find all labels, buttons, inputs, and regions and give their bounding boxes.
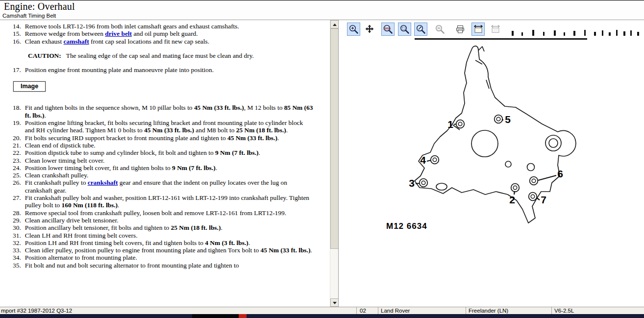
fit-page-icon bbox=[489, 23, 502, 36]
torque-value: 85 Nm (63 ft. lbs.) bbox=[25, 104, 313, 119]
step-17: 17.Position engine front mounting plate … bbox=[13, 66, 313, 73]
step-text: Clean LH and RH front timing belt covers… bbox=[25, 232, 313, 239]
procedure-step: 27.Fit crankshaft pulley bolt and washer… bbox=[13, 194, 313, 209]
step-text: Position dipstick tube to sump and cylin… bbox=[25, 149, 313, 156]
step-number: 28. bbox=[13, 209, 25, 217]
svg-text:100%: 100% bbox=[383, 27, 391, 30]
caution-label: CAUTION: bbox=[28, 52, 61, 59]
cropped-heading-artifact bbox=[511, 26, 644, 37]
zoom-area-icon[interactable] bbox=[398, 23, 411, 36]
page-title: Engine: Overhaul bbox=[4, 1, 75, 12]
step-text: Fit and tighten bolts in the sequence sh… bbox=[25, 104, 313, 119]
status-divider bbox=[551, 307, 552, 314]
status-divider bbox=[378, 307, 378, 314]
taskbar-sliver bbox=[0, 314, 644, 318]
step-text: Remove wedge from between drive belt and… bbox=[25, 30, 313, 37]
procedure-step: 15.Remove wedge from between drive belt … bbox=[13, 30, 313, 37]
procedure-step: 20.Fit bolts securing IRD support bracke… bbox=[13, 134, 313, 142]
step-text: Position alternator to front mounting pl… bbox=[25, 254, 313, 261]
engine-plate-diagram[interactable]: 1 5 4 3 6 2 7 M12 6634 bbox=[339, 38, 644, 307]
procedure-step: 31.Clean LH and RH front timing belt cov… bbox=[13, 232, 313, 239]
fit-width-icon[interactable] bbox=[471, 23, 485, 36]
step-text: Remove tools LRT-12-196 from both inlet … bbox=[25, 23, 313, 30]
procedure-step: 22.Position dipstick tube to sump and cy… bbox=[13, 149, 313, 156]
step-number: 24. bbox=[13, 164, 25, 171]
bolt-markers bbox=[420, 115, 538, 201]
torque-value: 25 Nm (18 ft. lbs.) bbox=[236, 126, 286, 134]
torque-value: 45 Nm (33 ft. lbs.) bbox=[227, 134, 277, 142]
torque-value: 160 Nm (118 ft. lbs.) bbox=[62, 201, 118, 209]
torque-value: 9 Nm (7 ft. lbs.) bbox=[172, 164, 216, 171]
callout-4: 4 bbox=[420, 154, 426, 166]
zoom-in-icon[interactable] bbox=[347, 23, 360, 36]
status-code: 02 bbox=[360, 308, 366, 314]
step-text: Fit bolts securing IRD support bracket t… bbox=[25, 134, 313, 142]
procedure-step: 28.Remove special tool from crankshaft p… bbox=[13, 209, 313, 217]
step-text: Clean end of dipstick tube. bbox=[25, 142, 313, 149]
zoom-out-icon bbox=[433, 23, 446, 36]
procedure-step: 17.Position engine front mounting plate … bbox=[13, 66, 313, 73]
torque-value: 45 Nm (33 ft. lbs.) bbox=[144, 126, 194, 134]
taskbar-red-icon bbox=[239, 314, 247, 318]
scrollbar-thumb[interactable] bbox=[330, 28, 339, 249]
callout-7: 7 bbox=[541, 194, 546, 205]
image-button-row: Image bbox=[13, 81, 313, 92]
status-model: Freelander (LN) bbox=[469, 308, 508, 314]
hyperlink-crankshaft[interactable]: crankshaft bbox=[88, 179, 118, 186]
step-number: 15. bbox=[13, 30, 25, 37]
page-subtitle: Camshaft Timing Belt bbox=[2, 13, 56, 19]
procedure-step: 32.Position LH and RH front timing belt … bbox=[13, 239, 313, 246]
procedure-step: 19.Position engine lifting bracket, fit … bbox=[13, 119, 313, 134]
step-number: 25. bbox=[13, 171, 25, 179]
procedure-step: 23.Clean lower timing belt cover. bbox=[13, 157, 313, 164]
callout-3: 3 bbox=[409, 177, 415, 189]
zoom-100-icon[interactable]: 100% bbox=[381, 23, 395, 36]
status-import: mport #32 1987-2012 Q3-12 bbox=[1, 308, 72, 314]
procedure-step: 34.Position alternator to front mounting… bbox=[13, 254, 313, 261]
scroll-down-button[interactable] bbox=[330, 298, 339, 307]
callout-2: 2 bbox=[509, 194, 515, 205]
figure-label: M12 6634 bbox=[386, 221, 427, 231]
step-number: 16. bbox=[13, 38, 25, 45]
hyperlink-camshaft[interactable]: camshaft bbox=[64, 38, 89, 45]
procedure-step: 21.Clean end of dipstick tube. bbox=[13, 142, 313, 149]
zoom-dynamic-icon[interactable] bbox=[414, 23, 427, 36]
step-text: Position engine front mounting plate and… bbox=[25, 66, 313, 73]
procedure-step: 25.Clean crankshaft pulley. bbox=[13, 171, 313, 179]
hyperlink-drive-belt[interactable]: drive belt bbox=[105, 30, 132, 37]
torque-value: 45 Nm (33 ft. lbs.) bbox=[260, 246, 310, 254]
status-bar: mport #32 1987-2012 Q3-12 02 Land Rover … bbox=[0, 307, 644, 314]
step-text: Remove special tool from crankshaft pull… bbox=[25, 209, 313, 217]
step-text: Position ancillary belt tensioner, fit b… bbox=[25, 224, 313, 231]
step-number: 33. bbox=[13, 246, 25, 254]
procedure-text: 14.Remove tools LRT-12-196 from both inl… bbox=[0, 20, 330, 307]
image-toggle-button[interactable]: Image bbox=[13, 81, 46, 92]
status-divider bbox=[466, 307, 466, 314]
print-icon[interactable] bbox=[453, 23, 467, 36]
step-text: Position engine lifting bracket, fit bol… bbox=[25, 119, 313, 134]
procedure-scrollbar[interactable] bbox=[330, 20, 338, 307]
step-number: 35. bbox=[13, 262, 25, 269]
status-engine: V6-2.5L bbox=[554, 308, 574, 314]
arrow-down-icon bbox=[333, 302, 337, 304]
callout-5: 5 bbox=[505, 114, 511, 125]
step-number: 34. bbox=[13, 254, 25, 261]
procedure-pane: 14.Remove tools LRT-12-196 from both inl… bbox=[0, 20, 339, 307]
taskbar-segment bbox=[192, 314, 239, 318]
plate-outline bbox=[415, 46, 576, 223]
procedure-step: 16.Clean exhaust camshaft front cap seal… bbox=[13, 38, 313, 45]
step-text: Position lower timing belt cover, fit an… bbox=[25, 164, 313, 171]
step-number: 29. bbox=[13, 217, 25, 224]
step-number: 23. bbox=[13, 157, 25, 164]
scroll-up-button[interactable] bbox=[330, 20, 339, 28]
main-area: 14.Remove tools LRT-12-196 from both inl… bbox=[0, 20, 644, 307]
pan-icon[interactable] bbox=[363, 23, 376, 36]
step-text: Position LH and RH front timing belt cov… bbox=[25, 239, 313, 246]
torque-value: 4 Nm (3 ft. lbs.) bbox=[205, 239, 248, 246]
steps-18-35: 18.Fit and tighten bolts in the sequence… bbox=[13, 104, 313, 269]
step-text: Clean lower timing belt cover. bbox=[25, 157, 313, 164]
step-number: 17. bbox=[13, 66, 25, 73]
procedure-step: 14.Remove tools LRT-12-196 from both inl… bbox=[13, 23, 313, 30]
procedure-step: 24.Position lower timing belt cover, fit… bbox=[13, 164, 313, 171]
procedure-step: 18.Fit and tighten bolts in the sequence… bbox=[13, 104, 313, 119]
